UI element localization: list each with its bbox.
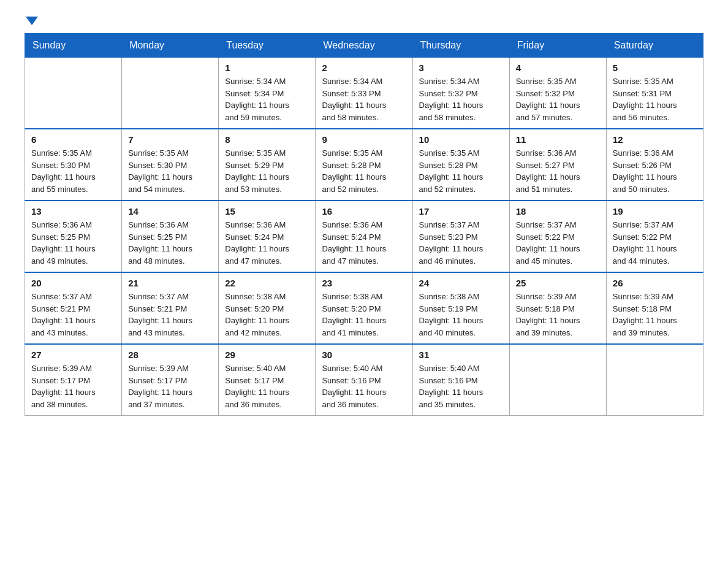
day-number: 21 (128, 278, 212, 288)
calendar-cell: 27Sunrise: 5:39 AM Sunset: 5:17 PM Dayli… (25, 344, 122, 416)
day-info: Sunrise: 5:35 AM Sunset: 5:30 PM Dayligh… (128, 147, 212, 195)
day-number: 31 (419, 350, 503, 360)
day-info: Sunrise: 5:40 AM Sunset: 5:16 PM Dayligh… (322, 362, 406, 410)
calendar-cell: 24Sunrise: 5:38 AM Sunset: 5:19 PM Dayli… (412, 272, 509, 344)
day-info: Sunrise: 5:40 AM Sunset: 5:16 PM Dayligh… (419, 362, 503, 410)
weekday-header-friday: Friday (509, 34, 606, 58)
calendar-cell: 2Sunrise: 5:34 AM Sunset: 5:33 PM Daylig… (316, 58, 412, 129)
calendar-cell (122, 58, 219, 129)
day-info: Sunrise: 5:37 AM Sunset: 5:23 PM Dayligh… (419, 219, 503, 267)
day-info: Sunrise: 5:38 AM Sunset: 5:20 PM Dayligh… (225, 291, 309, 339)
day-number: 26 (613, 278, 697, 288)
calendar-cell: 4Sunrise: 5:35 AM Sunset: 5:32 PM Daylig… (509, 58, 606, 129)
calendar-week-row: 13Sunrise: 5:36 AM Sunset: 5:25 PM Dayli… (25, 201, 703, 272)
day-number: 10 (419, 134, 503, 145)
day-number: 5 (613, 63, 697, 73)
day-info: Sunrise: 5:35 AM Sunset: 5:30 PM Dayligh… (31, 147, 115, 195)
day-number: 28 (128, 350, 212, 360)
calendar-cell: 20Sunrise: 5:37 AM Sunset: 5:21 PM Dayli… (25, 272, 122, 344)
weekday-header-row: SundayMondayTuesdayWednesdayThursdayFrid… (25, 34, 703, 58)
day-number: 7 (128, 134, 212, 145)
calendar-cell: 18Sunrise: 5:37 AM Sunset: 5:22 PM Dayli… (509, 201, 606, 272)
day-info: Sunrise: 5:34 AM Sunset: 5:33 PM Dayligh… (322, 75, 406, 123)
calendar-cell: 15Sunrise: 5:36 AM Sunset: 5:24 PM Dayli… (219, 201, 316, 272)
day-number: 8 (225, 134, 309, 145)
day-info: Sunrise: 5:36 AM Sunset: 5:25 PM Dayligh… (31, 219, 115, 267)
calendar-cell: 12Sunrise: 5:36 AM Sunset: 5:26 PM Dayli… (606, 129, 703, 201)
calendar-cell: 13Sunrise: 5:36 AM Sunset: 5:25 PM Dayli… (25, 201, 122, 272)
logo-triangle-icon (26, 17, 38, 25)
day-number: 25 (516, 278, 600, 288)
calendar-cell: 31Sunrise: 5:40 AM Sunset: 5:16 PM Dayli… (412, 344, 509, 416)
day-info: Sunrise: 5:38 AM Sunset: 5:20 PM Dayligh… (322, 291, 406, 339)
day-info: Sunrise: 5:39 AM Sunset: 5:17 PM Dayligh… (31, 362, 115, 410)
day-number: 22 (225, 278, 309, 288)
calendar-cell: 30Sunrise: 5:40 AM Sunset: 5:16 PM Dayli… (316, 344, 412, 416)
day-info: Sunrise: 5:34 AM Sunset: 5:34 PM Dayligh… (225, 75, 309, 123)
calendar-table: SundayMondayTuesdayWednesdayThursdayFrid… (25, 33, 703, 416)
day-number: 30 (322, 350, 406, 360)
day-info: Sunrise: 5:36 AM Sunset: 5:26 PM Dayligh… (613, 147, 697, 195)
calendar-cell (606, 344, 703, 416)
calendar-cell: 22Sunrise: 5:38 AM Sunset: 5:20 PM Dayli… (219, 272, 316, 344)
day-info: Sunrise: 5:38 AM Sunset: 5:19 PM Dayligh… (419, 291, 503, 339)
day-number: 12 (613, 134, 697, 145)
day-info: Sunrise: 5:35 AM Sunset: 5:32 PM Dayligh… (516, 75, 600, 123)
day-info: Sunrise: 5:37 AM Sunset: 5:21 PM Dayligh… (128, 291, 212, 339)
day-number: 2 (322, 63, 406, 73)
calendar-cell: 29Sunrise: 5:40 AM Sunset: 5:17 PM Dayli… (219, 344, 316, 416)
day-number: 15 (225, 206, 309, 216)
day-info: Sunrise: 5:36 AM Sunset: 5:27 PM Dayligh… (516, 147, 600, 195)
calendar-cell: 23Sunrise: 5:38 AM Sunset: 5:20 PM Dayli… (316, 272, 412, 344)
calendar-week-row: 1Sunrise: 5:34 AM Sunset: 5:34 PM Daylig… (25, 58, 703, 129)
calendar-cell: 19Sunrise: 5:37 AM Sunset: 5:22 PM Dayli… (606, 201, 703, 272)
day-info: Sunrise: 5:39 AM Sunset: 5:17 PM Dayligh… (128, 362, 212, 410)
day-number: 13 (31, 206, 115, 216)
day-number: 19 (613, 206, 697, 216)
day-number: 24 (419, 278, 503, 288)
day-info: Sunrise: 5:37 AM Sunset: 5:22 PM Dayligh… (516, 219, 600, 267)
weekday-header-tuesday: Tuesday (219, 34, 316, 58)
calendar-week-row: 20Sunrise: 5:37 AM Sunset: 5:21 PM Dayli… (25, 272, 703, 344)
day-number: 18 (516, 206, 600, 216)
calendar-cell: 25Sunrise: 5:39 AM Sunset: 5:18 PM Dayli… (509, 272, 606, 344)
day-number: 16 (322, 206, 406, 216)
calendar-cell: 8Sunrise: 5:35 AM Sunset: 5:29 PM Daylig… (219, 129, 316, 201)
day-info: Sunrise: 5:36 AM Sunset: 5:24 PM Dayligh… (225, 219, 309, 267)
day-info: Sunrise: 5:35 AM Sunset: 5:28 PM Dayligh… (419, 147, 503, 195)
day-number: 6 (31, 134, 115, 145)
day-number: 23 (322, 278, 406, 288)
calendar-cell: 26Sunrise: 5:39 AM Sunset: 5:18 PM Dayli… (606, 272, 703, 344)
calendar-cell: 11Sunrise: 5:36 AM Sunset: 5:27 PM Dayli… (509, 129, 606, 201)
day-number: 29 (225, 350, 309, 360)
day-info: Sunrise: 5:40 AM Sunset: 5:17 PM Dayligh… (225, 362, 309, 410)
day-info: Sunrise: 5:35 AM Sunset: 5:28 PM Dayligh… (322, 147, 406, 195)
calendar-cell: 6Sunrise: 5:35 AM Sunset: 5:30 PM Daylig… (25, 129, 122, 201)
day-info: Sunrise: 5:39 AM Sunset: 5:18 PM Dayligh… (613, 291, 697, 339)
day-number: 4 (516, 63, 600, 73)
day-info: Sunrise: 5:34 AM Sunset: 5:32 PM Dayligh… (419, 75, 503, 123)
calendar-week-row: 27Sunrise: 5:39 AM Sunset: 5:17 PM Dayli… (25, 344, 703, 416)
day-number: 9 (322, 134, 406, 145)
calendar-cell: 16Sunrise: 5:36 AM Sunset: 5:24 PM Dayli… (316, 201, 412, 272)
weekday-header-wednesday: Wednesday (316, 34, 412, 58)
calendar-cell: 5Sunrise: 5:35 AM Sunset: 5:31 PM Daylig… (606, 58, 703, 129)
calendar-cell: 28Sunrise: 5:39 AM Sunset: 5:17 PM Dayli… (122, 344, 219, 416)
weekday-header-saturday: Saturday (606, 34, 703, 58)
calendar-cell: 14Sunrise: 5:36 AM Sunset: 5:25 PM Dayli… (122, 201, 219, 272)
logo (25, 18, 38, 27)
calendar-week-row: 6Sunrise: 5:35 AM Sunset: 5:30 PM Daylig… (25, 129, 703, 201)
calendar-cell: 21Sunrise: 5:37 AM Sunset: 5:21 PM Dayli… (122, 272, 219, 344)
weekday-header-sunday: Sunday (25, 34, 122, 58)
day-number: 17 (419, 206, 503, 216)
day-info: Sunrise: 5:39 AM Sunset: 5:18 PM Dayligh… (516, 291, 600, 339)
calendar-cell: 17Sunrise: 5:37 AM Sunset: 5:23 PM Dayli… (412, 201, 509, 272)
day-number: 11 (516, 134, 600, 145)
calendar-cell: 1Sunrise: 5:34 AM Sunset: 5:34 PM Daylig… (219, 58, 316, 129)
calendar-cell: 10Sunrise: 5:35 AM Sunset: 5:28 PM Dayli… (412, 129, 509, 201)
calendar-cell (509, 344, 606, 416)
day-number: 1 (225, 63, 309, 73)
day-number: 27 (31, 350, 115, 360)
day-info: Sunrise: 5:37 AM Sunset: 5:22 PM Dayligh… (613, 219, 697, 267)
day-number: 3 (419, 63, 503, 73)
